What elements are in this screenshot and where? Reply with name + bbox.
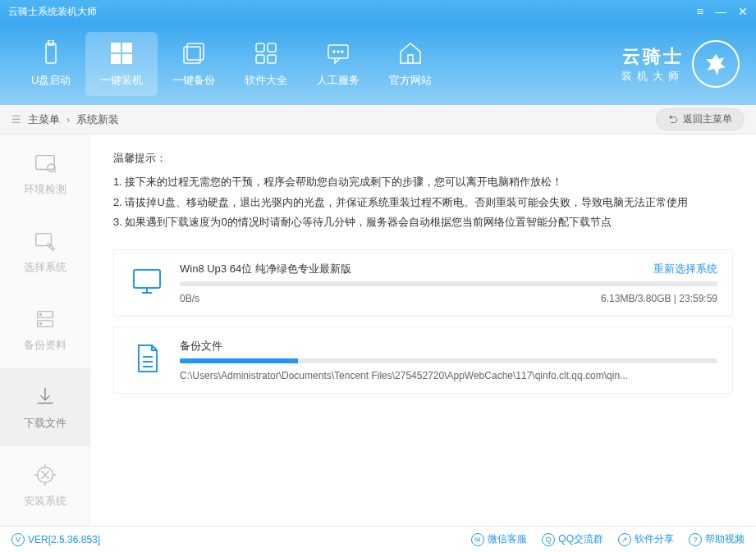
qq-icon: Q (542, 533, 555, 546)
apps-icon (253, 40, 279, 66)
svg-rect-4 (111, 54, 121, 64)
select-system-icon (33, 229, 57, 253)
svg-point-14 (337, 51, 339, 52)
content-panel: 温馨提示： 1. 接下来的过程无需您的干预，程序会帮助您自动完成剩下的步骤，您可… (90, 135, 756, 526)
help-video-link[interactable]: ? 帮助视频 (689, 532, 745, 546)
svg-rect-5 (122, 54, 132, 64)
toolbar-label: 官方网站 (389, 73, 432, 88)
sidebar-label: 安装系统 (24, 494, 66, 509)
toolbar-label: 软件大全 (245, 73, 287, 88)
download-speed: 0B/s (180, 293, 199, 304)
svg-rect-16 (408, 55, 413, 63)
toolbar-label: 人工服务 (317, 73, 360, 88)
backup-data-icon (33, 307, 57, 331)
slink-label: 微信客服 (488, 532, 527, 546)
slink-label: QQ交流群 (558, 532, 603, 546)
logo-text-big: 云骑士 (621, 44, 684, 69)
back-to-main-button[interactable]: ⮌ 返回主菜单 (656, 108, 745, 130)
svg-rect-17 (35, 155, 54, 169)
backup-task-card: 备份文件 C:\Users\Administrator\Documents\Te… (113, 326, 733, 394)
qq-group-link[interactable]: Q QQ交流群 (542, 532, 603, 546)
svg-rect-6 (184, 47, 200, 63)
svg-rect-0 (46, 43, 56, 63)
main-area: 环境检测 选择系统 备份资料 下载文件 安装系统 温馨提示： 1. 接下来的过程… (0, 135, 756, 526)
svg-rect-7 (187, 43, 204, 60)
backup-progress-fill (180, 358, 298, 363)
svg-point-15 (341, 51, 343, 52)
chat-icon (325, 40, 351, 66)
toolbar-website[interactable]: 官方网站 (374, 32, 447, 96)
sidebar-step-backup-data[interactable]: 备份资料 (0, 290, 89, 368)
breadcrumb-root[interactable]: 主菜单 (28, 112, 60, 127)
download-icon (33, 385, 57, 409)
monitor-icon (129, 262, 165, 304)
windows-icon (108, 40, 135, 66)
sidebar-step-env-check[interactable]: 环境检测 (0, 135, 89, 212)
sidebar-step-download[interactable]: 下载文件 (0, 368, 89, 446)
toolbar-label: 一键装机 (100, 73, 143, 88)
slink-label: 帮助视频 (705, 532, 745, 546)
list-icon: ☰ (11, 113, 21, 125)
help-icon: ? (689, 533, 702, 546)
toolbar-one-key-install[interactable]: 一键装机 (85, 32, 158, 96)
window-controls: ≡ — ✕ (697, 5, 748, 18)
breadcrumb-current: 系统新装 (76, 112, 119, 127)
sidebar-step-select-system[interactable]: 选择系统 (0, 212, 89, 290)
backup-path: C:\Users\Administrator\Documents\Tencent… (180, 370, 717, 381)
download-title: Win8 Up3 64位 纯净绿色专业最新版 (180, 262, 351, 276)
titlebar: 云骑士系统装机大师 ≡ — ✕ (0, 0, 756, 23)
download-task-card: Win8 Up3 64位 纯净绿色专业最新版 重新选择系统 0B/s 6.13M… (113, 249, 733, 317)
svg-rect-10 (256, 55, 264, 63)
download-progress-bar (180, 281, 717, 286)
svg-rect-8 (256, 43, 264, 52)
toolbar-label: U盘启动 (31, 73, 71, 88)
version-icon: V (11, 533, 25, 546)
share-link[interactable]: ↗ 软件分享 (618, 532, 674, 546)
svg-point-23 (39, 322, 41, 324)
app-title: 云骑士系统装机大师 (8, 5, 97, 19)
home-icon (397, 40, 424, 66)
knight-icon (692, 40, 740, 88)
toolbar-usb-boot[interactable]: U盘启动 (16, 32, 85, 96)
share-icon: ↗ (618, 533, 631, 546)
main-toolbar: U盘启动 一键装机 一键备份 软件大全 人工服务 官方网站 云骑士 装机大师 (0, 23, 756, 105)
breadcrumb-bar: ☰ 主菜单 › 系统新装 ⮌ 返回主菜单 (0, 105, 756, 135)
tip-line: 1. 接下来的过程无需您的干预，程序会帮助您自动完成剩下的步骤，您可以离开电脑稍… (113, 172, 733, 193)
backup-title: 备份文件 (180, 339, 222, 354)
close-icon[interactable]: ✕ (738, 5, 748, 18)
sidebar-label: 备份资料 (24, 338, 66, 353)
usb-icon (38, 40, 64, 66)
toolbar-one-key-backup[interactable]: 一键备份 (158, 32, 230, 96)
logo-text-small: 装机大师 (621, 69, 684, 84)
chevron-right-icon: › (66, 113, 70, 125)
toolbar-software[interactable]: 软件大全 (230, 32, 302, 96)
slink-label: 软件分享 (635, 532, 674, 546)
sidebar-label: 环境检测 (24, 182, 66, 197)
wechat-support-link[interactable]: ✉ 微信客服 (471, 532, 527, 546)
svg-rect-11 (268, 55, 276, 63)
sidebar-step-install[interactable]: 安装系统 (0, 446, 89, 524)
svg-rect-9 (268, 43, 276, 52)
svg-rect-1 (48, 40, 53, 45)
toolbar-support[interactable]: 人工服务 (302, 32, 374, 96)
wechat-icon: ✉ (471, 533, 484, 546)
document-icon (129, 339, 165, 381)
back-arrow-icon: ⮌ (668, 114, 678, 125)
version-info[interactable]: V VER[2.5.36.853] (11, 533, 100, 546)
sidebar-label: 下载文件 (24, 416, 66, 431)
svg-point-13 (333, 51, 335, 52)
backup-progress-bar (180, 358, 717, 363)
reselect-system-link[interactable]: 重新选择系统 (653, 262, 717, 276)
backup-icon (181, 40, 207, 66)
install-icon (33, 463, 57, 487)
tip-line: 3. 如果遇到下载速度为0的情况时请耐心等待几分钟，服务器会自动根据您当前网络位… (113, 212, 733, 233)
svg-rect-25 (134, 270, 160, 288)
minimize-icon[interactable]: — (715, 5, 726, 18)
brand-logo: 云骑士 装机大师 (621, 40, 740, 88)
tips-title: 温馨提示： (113, 151, 733, 166)
sidebar-label: 选择系统 (24, 260, 66, 275)
version-text: VER[2.5.36.853] (28, 534, 100, 545)
svg-rect-3 (122, 43, 132, 52)
menu-icon[interactable]: ≡ (697, 5, 703, 18)
tip-line: 2. 请拔掉U盘、移动硬盘，退出光驱内的光盘，并保证系统重装过程不断电。否则重装… (113, 193, 733, 213)
